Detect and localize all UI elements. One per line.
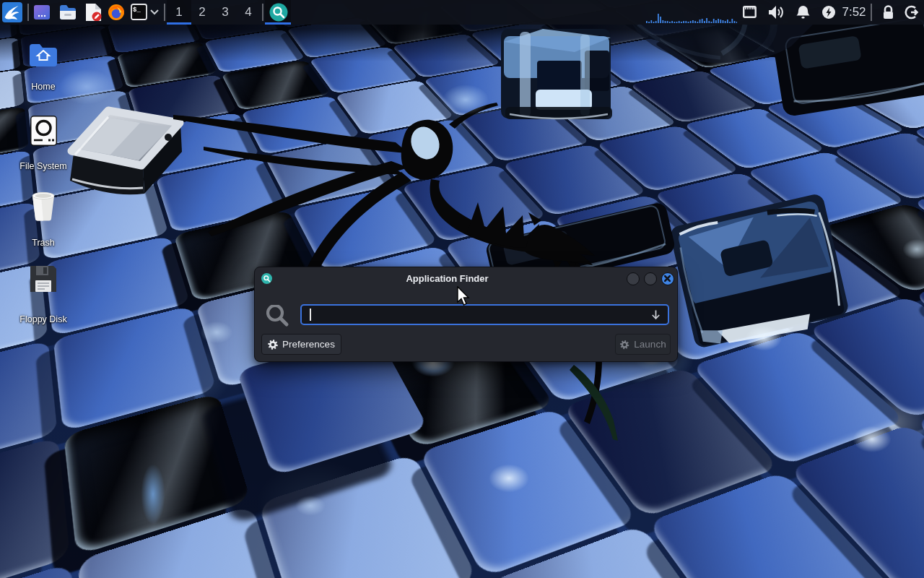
svg-text:$_: $_: [133, 7, 141, 14]
